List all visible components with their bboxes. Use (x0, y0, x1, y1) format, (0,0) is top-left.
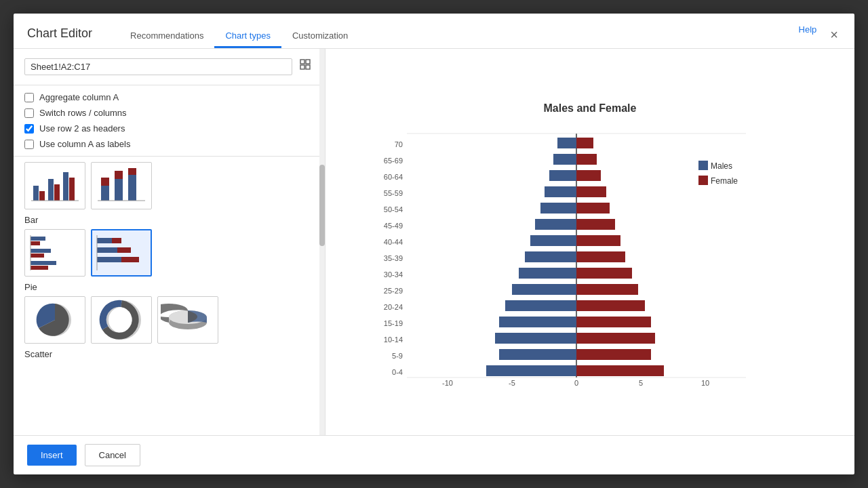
svg-rect-62 (576, 170, 601, 181)
svg-rect-13 (115, 179, 123, 201)
cancel-button[interactable]: Cancel (85, 444, 140, 466)
svg-rect-14 (115, 171, 123, 179)
svg-text:-10: -10 (442, 379, 453, 387)
svg-rect-74 (576, 268, 632, 279)
tab-chart-types[interactable]: Chart types (214, 25, 281, 48)
chart-thumb-col-stacked[interactable] (91, 162, 152, 209)
svg-rect-7 (54, 184, 60, 201)
svg-rect-22 (31, 261, 56, 265)
chart-thumb-pie-filled[interactable] (24, 296, 85, 344)
checkbox-use-row2[interactable]: Use row 2 as headers (24, 122, 314, 135)
svg-text:10-14: 10-14 (384, 336, 403, 344)
checkbox-aggregate-col-a-input[interactable] (24, 93, 34, 102)
svg-rect-76 (576, 284, 638, 295)
svg-rect-68 (576, 219, 615, 230)
svg-text:40-44: 40-44 (384, 238, 403, 246)
checkbox-aggregate-col-a[interactable]: Aggregate column A (24, 91, 314, 104)
svg-rect-70 (576, 235, 620, 246)
svg-rect-11 (101, 186, 109, 201)
svg-text:70: 70 (395, 140, 403, 148)
dialog-title: Chart Editor (27, 26, 92, 47)
legend-males-swatch (698, 161, 708, 170)
help-link[interactable]: Help (799, 24, 817, 41)
chart-thumb-bar-stacked[interactable] (91, 229, 152, 277)
checkbox-use-row2-label: Use row 2 as headers (39, 123, 125, 134)
svg-rect-2 (300, 65, 304, 69)
dialog-body: Aggregate column A Switch rows / columns… (14, 49, 854, 435)
svg-rect-84 (576, 349, 651, 360)
legend-males-label: Males (711, 161, 732, 171)
svg-rect-21 (31, 253, 44, 258)
close-button[interactable]: × (827, 28, 841, 41)
svg-rect-67 (535, 219, 576, 230)
svg-text:20-24: 20-24 (384, 303, 403, 311)
tab-customization[interactable]: Customization (281, 25, 359, 48)
svg-rect-83 (499, 349, 576, 360)
svg-rect-81 (495, 333, 576, 344)
chart-editor-dialog: Chart Editor Recommendations Chart types… (14, 14, 854, 474)
svg-text:55-59: 55-59 (384, 189, 403, 197)
scrollbar-track[interactable] (319, 49, 325, 435)
checkbox-use-col-a-input[interactable] (24, 140, 34, 149)
svg-rect-23 (31, 266, 48, 270)
dialog-footer: Insert Cancel (14, 435, 854, 474)
data-range-input[interactable] (24, 58, 292, 75)
svg-rect-61 (549, 170, 576, 181)
left-panel: Aggregate column A Switch rows / columns… (14, 49, 326, 435)
svg-rect-66 (576, 203, 610, 214)
svg-rect-77 (505, 300, 576, 311)
checkbox-aggregate-col-a-label: Aggregate column A (39, 92, 119, 102)
tab-recommendations[interactable]: Recommendations (119, 25, 214, 48)
tabs-container: Recommendations Chart types Customizatio… (119, 25, 359, 47)
chart-thumb-pie-3d[interactable] (157, 296, 218, 344)
svg-text:5-9: 5-9 (392, 352, 403, 360)
svg-rect-18 (31, 237, 45, 241)
data-range-row (14, 49, 325, 85)
svg-text:15-19: 15-19 (384, 319, 403, 327)
svg-text:30-34: 30-34 (384, 270, 403, 279)
svg-rect-26 (112, 238, 121, 243)
svg-rect-85 (486, 365, 576, 376)
svg-rect-73 (519, 268, 576, 279)
svg-rect-75 (512, 284, 576, 295)
svg-rect-79 (499, 317, 576, 327)
svg-rect-29 (97, 257, 121, 262)
svg-rect-15 (128, 175, 136, 201)
svg-rect-16 (128, 168, 136, 175)
legend-females-label: Female (711, 176, 738, 186)
checkbox-use-row2-input[interactable] (24, 124, 34, 134)
checkboxes-container: Aggregate column A Switch rows / columns… (14, 85, 325, 157)
scrollbar-thumb[interactable] (319, 165, 325, 246)
svg-text:10: 10 (701, 379, 709, 387)
svg-rect-20 (31, 249, 51, 253)
chart-types-panel: Bar (14, 157, 325, 435)
svg-text:50-54: 50-54 (384, 205, 403, 214)
svg-text:0: 0 (574, 379, 578, 387)
svg-rect-1 (306, 60, 310, 64)
pyramid-chart-svg: Males and Female 70 65-69 60-64 55-59 50… (353, 93, 827, 391)
svg-rect-65 (540, 203, 576, 214)
bar-charts-row (24, 229, 314, 277)
insert-button[interactable]: Insert (27, 445, 77, 466)
checkbox-switch-rows[interactable]: Switch rows / columns (24, 106, 314, 119)
svg-rect-19 (31, 241, 40, 245)
svg-rect-9 (69, 178, 75, 201)
chart-title: Males and Female (544, 102, 637, 114)
svg-rect-59 (553, 154, 576, 165)
checkbox-use-col-a[interactable]: Use column A as labels (24, 138, 314, 150)
svg-rect-0 (300, 60, 304, 64)
pie-charts-row (24, 296, 314, 344)
checkbox-use-col-a-label: Use column A as labels (39, 139, 130, 149)
grid-icon-button[interactable] (298, 57, 314, 77)
chart-thumb-pie-donut[interactable] (91, 296, 152, 344)
svg-rect-78 (576, 300, 645, 311)
svg-rect-28 (117, 247, 131, 253)
bar-females-0 (576, 138, 593, 148)
svg-rect-69 (530, 235, 576, 246)
svg-rect-25 (97, 238, 112, 243)
svg-rect-71 (525, 251, 576, 262)
checkbox-switch-rows-input[interactable] (24, 108, 34, 118)
chart-thumb-col-grouped[interactable] (24, 162, 85, 209)
checkbox-switch-rows-label: Switch rows / columns (39, 108, 127, 118)
chart-thumb-bar-grouped[interactable] (24, 229, 85, 277)
